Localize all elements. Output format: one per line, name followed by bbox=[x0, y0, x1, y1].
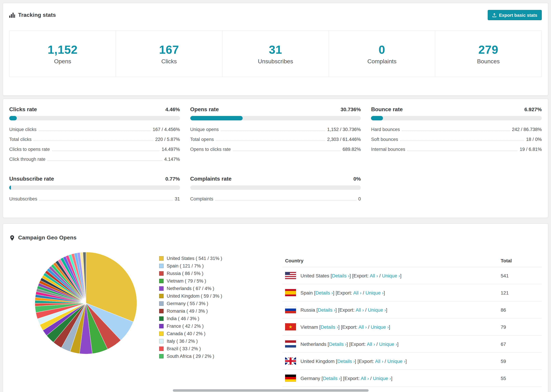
geo-table-wrap: Country Total United States [Details ›] … bbox=[282, 254, 542, 387]
us-flag-icon bbox=[285, 272, 296, 279]
separator-text: / bbox=[364, 307, 368, 313]
country-cell-td: Germany [Details ›] [Export: All › / Uni… bbox=[282, 370, 498, 387]
horizontal-scrollbar-thumb[interactable] bbox=[173, 389, 369, 392]
export-unique-link[interactable]: Unique › bbox=[382, 273, 400, 278]
geo-table-row-netherlands: Netherlands [Details ›] [Export: All › /… bbox=[282, 335, 542, 352]
separator-text: / bbox=[383, 358, 387, 364]
export-unique-link[interactable]: Unique › bbox=[373, 375, 391, 381]
dotted-leader bbox=[34, 140, 153, 141]
rate-title: Bounce rate bbox=[371, 106, 403, 112]
dotted-leader bbox=[216, 140, 325, 141]
bracket-text: ] bbox=[400, 273, 402, 278]
details-link[interactable]: Details › bbox=[315, 290, 333, 295]
export-all-link[interactable]: All › bbox=[370, 273, 378, 278]
country-links: Germany [Details ›] [Export: All › / Uni… bbox=[300, 375, 392, 381]
details-link[interactable]: Details › bbox=[329, 341, 347, 347]
stat-label: Complaints bbox=[329, 58, 435, 65]
rate-head: Bounce rate6.927% bbox=[371, 106, 542, 112]
geo-table-header-row: Country Total bbox=[282, 254, 542, 267]
country-cell: Netherlands [Details ›] [Export: All › /… bbox=[285, 340, 495, 348]
total-cell: 86 bbox=[498, 301, 542, 318]
legend-swatch-icon bbox=[159, 301, 164, 306]
legend-label: France ( 42 / 2% ) bbox=[167, 323, 204, 329]
rate-percent: 0% bbox=[353, 176, 361, 182]
export-all-link[interactable]: All › bbox=[367, 341, 375, 347]
legend-label: Spain ( 121 / 7% ) bbox=[167, 263, 204, 268]
legend-swatch-icon bbox=[159, 316, 164, 321]
geo-table-row-united-states: United States [Details ›] [Export: All ›… bbox=[282, 267, 542, 284]
bracket-text: ] bbox=[397, 341, 399, 347]
legend-item-south-africa: South Africa ( 29 / 2% ) bbox=[159, 352, 262, 360]
stat-label: Bounces bbox=[435, 58, 541, 65]
export-unique-link[interactable]: Unique › bbox=[371, 324, 389, 329]
geo-body: United States ( 541 / 31% )Spain ( 121 /… bbox=[3, 243, 548, 392]
rate-row-value: 220 / 5.87% bbox=[155, 137, 180, 142]
rate-row-clicks-to-opens-rate: Clicks to opens rate14.497% bbox=[9, 144, 180, 154]
rate-row-unique-clicks: Unique clicks167 / 4.456% bbox=[9, 125, 180, 134]
country-name: Netherlands bbox=[300, 341, 326, 347]
rate-row-opens-to-clicks-rate: Opens to clicks rate689.82% bbox=[190, 144, 361, 154]
export-all-link[interactable]: All › bbox=[375, 358, 383, 364]
rate-row-value: 4.147% bbox=[164, 157, 180, 162]
total-column-header: Total bbox=[498, 254, 542, 267]
rate-row-soft-bounces: Soft bounces18 / 0% bbox=[371, 134, 542, 144]
stat-box-unsubscribes: 31Unsubscribes bbox=[222, 30, 329, 77]
export-unique-link[interactable]: Unique › bbox=[368, 307, 386, 313]
export-icon bbox=[492, 13, 497, 17]
geo-table-row-germany: Germany [Details ›] [Export: All › / Uni… bbox=[282, 370, 542, 387]
country-name: Russia bbox=[300, 307, 315, 313]
country-cell-td: United States [Details ›] [Export: All ›… bbox=[282, 267, 498, 284]
rate-row-hard-bounces: Hard bounces242 / 86.738% bbox=[371, 125, 542, 134]
rate-row-value: 242 / 86.738% bbox=[512, 127, 542, 132]
details-link[interactable]: Details › bbox=[321, 324, 338, 329]
country-cell: United States [Details ›] [Export: All ›… bbox=[285, 272, 495, 279]
export-unique-link[interactable]: Unique › bbox=[366, 290, 384, 295]
separator-text: / bbox=[361, 290, 365, 295]
legend-item-canada: Canada ( 40 / 2% ) bbox=[159, 330, 262, 337]
stat-box-opens: 1,152Opens bbox=[9, 30, 116, 77]
rate-row-total-opens: Total opens2,303 / 61.446% bbox=[190, 134, 361, 144]
export-all-link[interactable]: All › bbox=[361, 375, 369, 381]
rate-block-bounce-rate: Bounce rate6.927%Hard bounces242 / 86.73… bbox=[371, 106, 542, 164]
rate-row-click-through-rate: Click through rate4.147% bbox=[9, 154, 180, 164]
export-unique-link[interactable]: Unique › bbox=[387, 358, 405, 364]
rate-row-value: 167 / 4.456% bbox=[153, 127, 180, 132]
legend-label: India ( 46 / 3% ) bbox=[167, 316, 199, 321]
rate-rows: Unsubscribes31 bbox=[9, 194, 180, 204]
export-basic-stats-label: Export basic stats bbox=[499, 13, 537, 18]
legend-item-germany: Germany ( 55 / 3% ) bbox=[159, 300, 262, 307]
legend-swatch-icon bbox=[159, 279, 164, 283]
country-cell: ★Vietnam [Details ›] [Export: All › / Un… bbox=[285, 323, 495, 330]
rate-row-value: 1,152 / 30.736% bbox=[327, 127, 361, 132]
rate-block-opens-rate: Opens rate30.736%Unique opens1,152 / 30.… bbox=[190, 106, 361, 164]
export-all-link[interactable]: All › bbox=[353, 290, 361, 295]
progress-track bbox=[190, 185, 361, 190]
stat-box-clicks: 167Clicks bbox=[116, 30, 222, 77]
rate-row-label: Total opens bbox=[190, 137, 214, 142]
rate-row-complaints: Complaints0 bbox=[190, 194, 361, 204]
bracket-text: [ bbox=[326, 341, 329, 347]
export-unique-link[interactable]: Unique › bbox=[379, 341, 397, 347]
rate-rows: Unique clicks167 / 4.456%Total clicks220… bbox=[9, 125, 180, 164]
legend-item-france: France ( 42 / 2% ) bbox=[159, 322, 262, 330]
bracket-text: ] [Export: bbox=[346, 341, 367, 347]
export-all-link[interactable]: All › bbox=[356, 307, 364, 313]
separator-text: / bbox=[375, 341, 379, 347]
geo-title: Campaign Geo Opens bbox=[18, 235, 77, 241]
country-cell-td: United Kingdom [Details ›] [Export: All … bbox=[282, 352, 498, 370]
bracket-text: ] bbox=[389, 324, 390, 329]
details-link[interactable]: Details › bbox=[318, 307, 335, 313]
details-link[interactable]: Details › bbox=[323, 375, 340, 381]
details-link[interactable]: Details › bbox=[337, 358, 355, 364]
export-all-link[interactable]: All › bbox=[359, 324, 367, 329]
progress-track bbox=[371, 116, 542, 120]
export-basic-stats-button[interactable]: Export basic stats bbox=[488, 10, 542, 20]
bracket-text: ] [Export: bbox=[349, 273, 370, 278]
stat-box-complaints: 0Complaints bbox=[329, 30, 435, 77]
legend-label: Russia ( 86 / 5% ) bbox=[167, 271, 204, 276]
details-link[interactable]: Details › bbox=[332, 273, 350, 278]
rate-percent: 30.736% bbox=[340, 106, 361, 112]
separator-text: / bbox=[367, 324, 371, 329]
rate-row-label: Complaints bbox=[190, 196, 213, 202]
dotted-leader bbox=[402, 131, 510, 131]
